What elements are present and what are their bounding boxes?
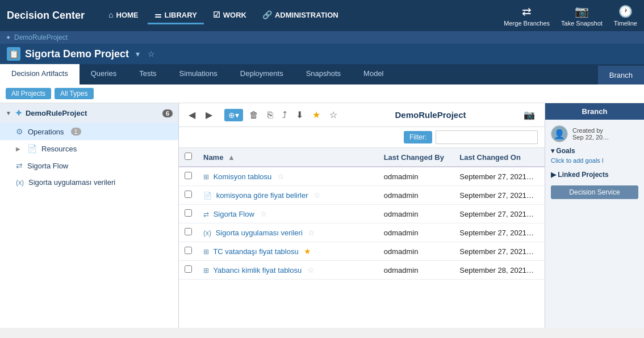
sidebar-project-row[interactable]: ▼ ✦ DemoRuleProject 6 xyxy=(0,103,178,123)
row-name-link-0[interactable]: Komisyon tablosu xyxy=(214,172,272,181)
sidebar-item-sigorta-flow-label: Sigorta Flow xyxy=(27,162,68,170)
export-artifact-button[interactable]: ⤴ xyxy=(279,108,290,122)
row-name-cell-2: ⇄ Sigorta Flow ☆ xyxy=(198,205,378,223)
tab-tests[interactable]: Tests xyxy=(128,64,168,84)
row-changed-by-4: odmadmin xyxy=(378,242,454,261)
row-name-link-1[interactable]: komisyona göre fiyat belirler xyxy=(216,191,308,200)
filter-all-projects[interactable]: All Projects xyxy=(6,88,51,99)
col-changed-on: Last Changed On xyxy=(454,148,545,167)
sidebar-item-resources[interactable]: ▶ 📄 Resources xyxy=(0,140,178,157)
row-checkbox-0[interactable] xyxy=(185,172,192,179)
table-scroll: Name ▲ Last Changed By Last Changed On xyxy=(179,148,545,328)
row-star-3[interactable]: ☆ xyxy=(308,228,315,237)
row-changed-on-3: September 27, 2021… xyxy=(454,223,545,242)
row-name-link-3[interactable]: Sigorta uygulaması verileri xyxy=(216,229,303,237)
table-row: ⊞ TC vatandaşı fiyat tablosu ★ odmadmin … xyxy=(179,242,545,261)
take-snapshot-button[interactable]: 📷 Take Snapshot xyxy=(561,5,603,27)
created-date: Sep 22, 20… xyxy=(572,134,609,141)
sidebar-project-badge: 6 xyxy=(162,109,173,117)
row-changed-on-2: September 27, 2021… xyxy=(454,205,545,223)
row-checkbox-4[interactable] xyxy=(185,247,192,254)
col-name[interactable]: Name ▲ xyxy=(198,148,378,167)
row-star-active-4[interactable]: ★ xyxy=(304,247,311,256)
sidebar-item-sigorta-flow[interactable]: ⇄ Sigorta Flow xyxy=(0,157,178,174)
filter-all-projects-label: All Projects xyxy=(11,90,45,98)
row-checkbox-cell xyxy=(179,261,198,280)
filter-input[interactable] xyxy=(436,130,538,144)
nav-items: ⌂ HOME ⚌ LIBRARY ☑ WORK 🔗 ADMINISTRATION xyxy=(102,7,504,24)
nav-item-administration[interactable]: 🔗 ADMINISTRATION xyxy=(256,7,345,24)
tabs-bar: Decision Artifacts Queries Tests Simulat… xyxy=(0,64,644,84)
nav-item-home[interactable]: ⌂ HOME xyxy=(102,7,145,24)
sidebar-item-sigorta-uygulama[interactable]: (x) Sigorta uygulaması verileri xyxy=(0,174,178,191)
filter-all-types[interactable]: All Types xyxy=(55,88,93,99)
select-all-checkbox[interactable] xyxy=(185,153,192,160)
project-header: 📋 Sigorta Demo Project ▾ ☆ xyxy=(0,44,644,64)
download-artifact-button[interactable]: ⬇ xyxy=(293,108,306,122)
copy-artifact-button[interactable]: ⎘ xyxy=(265,108,276,122)
row-name-link-4[interactable]: TC vatandaşı fiyat tablosu xyxy=(213,247,298,256)
nav-forward-button[interactable]: ▶ xyxy=(203,108,215,122)
data-table: Name ▲ Last Changed By Last Changed On xyxy=(179,148,545,280)
table-filter-row: Filter: xyxy=(179,127,545,148)
row-name-cell-0: ⊞ Komisyon tablosu ☆ xyxy=(198,167,378,186)
tab-decision-artifacts-label: Decision Artifacts xyxy=(11,69,68,78)
take-snapshot-icon: 📷 xyxy=(575,5,589,18)
row-star-0[interactable]: ☆ xyxy=(277,172,285,181)
tab-branch[interactable]: Branch xyxy=(598,66,644,84)
sidebar-project-name: DemoRuleProject xyxy=(26,109,87,117)
project-controls: ▾ ☆ xyxy=(133,48,157,60)
row-checkbox-cell xyxy=(179,242,198,261)
tab-model[interactable]: Model xyxy=(352,64,395,84)
timeline-button[interactable]: 🕐 Timeline xyxy=(614,5,637,27)
decision-service-button[interactable]: Decision Service xyxy=(551,185,638,199)
project-dropdown-button[interactable]: ▾ xyxy=(133,48,142,60)
nav-item-library[interactable]: ⚌ LIBRARY xyxy=(148,7,204,24)
row-checkbox-5[interactable] xyxy=(185,265,192,273)
nav-item-work[interactable]: ☑ WORK xyxy=(206,7,253,24)
row-star-5[interactable]: ☆ xyxy=(307,265,315,274)
row-checkbox-1[interactable] xyxy=(185,191,192,198)
table-row: ⊞ Komisyon tablosu ☆ odmadmin September … xyxy=(179,167,545,186)
row-name-link-2[interactable]: Sigorta Flow xyxy=(214,210,254,218)
star-filter-button[interactable]: ☆ xyxy=(327,108,340,122)
row-type-icon-5: ⊞ xyxy=(203,267,209,274)
right-panel: Branch 👤 Created by Sep 22, 20… ▾ Goals … xyxy=(545,103,644,328)
row-changed-by-5: odmadmin xyxy=(378,261,454,280)
tab-queries[interactable]: Queries xyxy=(80,64,128,84)
sidebar: ▼ ✦ DemoRuleProject 6 ⚙ Operations 1 ▶ 📄… xyxy=(0,103,179,328)
panel-goals-title[interactable]: ▾ Goals xyxy=(551,147,638,155)
linked-projects-label: ▶ Linked Projects xyxy=(551,171,609,179)
row-star-2[interactable]: ☆ xyxy=(260,209,267,218)
row-checkbox-2[interactable] xyxy=(185,209,192,217)
take-snapshot-label: Take Snapshot xyxy=(561,20,603,27)
delete-artifact-button[interactable]: 🗑 xyxy=(246,108,261,122)
screenshot-button[interactable]: 📷 xyxy=(521,108,538,122)
row-name-link-5[interactable]: Yabancı kimlik fiyat tablosu xyxy=(213,266,302,274)
panel-linked-projects-title[interactable]: ▶ Linked Projects xyxy=(551,171,638,179)
row-star-1[interactable]: ☆ xyxy=(313,191,321,200)
merge-branches-button[interactable]: ⇄ Merge Branches xyxy=(504,5,550,27)
tab-deployments[interactable]: Deployments xyxy=(229,64,295,84)
project-title-area: 📋 Sigorta Demo Project ▾ ☆ xyxy=(7,47,157,61)
breadcrumb-project-link[interactable]: DemoRuleProject xyxy=(14,33,68,41)
project-favorite-button[interactable]: ☆ xyxy=(145,48,157,60)
tab-decision-artifacts[interactable]: Decision Artifacts xyxy=(0,64,80,84)
select-all-col xyxy=(179,148,198,167)
content-title: DemoRuleProject xyxy=(395,110,466,120)
right-panel-tab[interactable]: Branch xyxy=(545,103,644,120)
col-changed-by: Last Changed By xyxy=(378,148,454,167)
add-artifact-button[interactable]: ⊕▾ xyxy=(224,109,243,121)
star-filter-active-button[interactable]: ★ xyxy=(310,108,323,122)
goals-add-link[interactable]: Click to add goals l xyxy=(551,157,638,164)
panel-user-info: Created by Sep 22, 20… xyxy=(572,127,609,141)
tab-simulations[interactable]: Simulations xyxy=(168,64,229,84)
panel-linked-projects-section: ▶ Linked Projects xyxy=(551,171,638,179)
nav-back-button[interactable]: ◀ xyxy=(186,108,198,122)
tab-snapshots[interactable]: Snapshots xyxy=(295,64,352,84)
filter-label: Filter: xyxy=(404,131,432,143)
row-changed-on-1: September 27, 2021… xyxy=(454,186,545,205)
sidebar-item-operations[interactable]: ⚙ Operations 1 xyxy=(0,123,178,140)
row-checkbox-3[interactable] xyxy=(185,228,192,235)
decision-service-label: Decision Service xyxy=(569,188,620,196)
